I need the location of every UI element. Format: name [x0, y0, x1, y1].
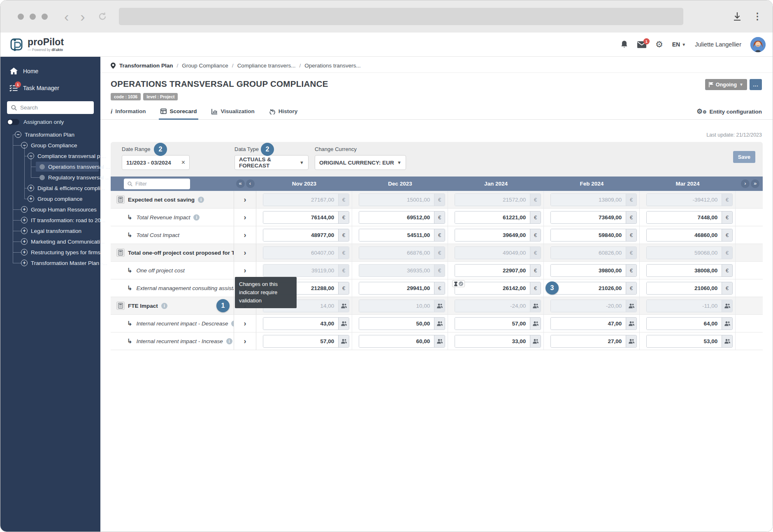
value-input[interactable]: 59840,00€: [550, 229, 637, 242]
breadcrumb-item[interactable]: Operations transvers...: [304, 63, 361, 69]
value-input[interactable]: 54511,00€: [359, 229, 445, 242]
value-input[interactable]: 39649,00€: [455, 229, 541, 242]
value-input[interactable]: 33,00: [455, 335, 541, 348]
settings-gear-icon[interactable]: ⚙: [655, 39, 663, 49]
date-range-input[interactable]: 11/2023 - 03/2024 ×: [122, 155, 190, 170]
value-input[interactable]: 57,00: [263, 335, 349, 348]
clear-icon[interactable]: ×: [181, 159, 185, 166]
address-bar[interactable]: [119, 8, 683, 25]
value-input[interactable]: 43,00: [263, 317, 349, 330]
value-input[interactable]: 73649,00€: [550, 211, 637, 224]
window-controls[interactable]: [18, 14, 48, 20]
download-icon[interactable]: [733, 12, 741, 21]
value-input[interactable]: 61221,00€: [455, 211, 541, 224]
expand-icon[interactable]: +: [21, 217, 28, 223]
expand-icon[interactable]: +: [21, 238, 28, 245]
value-input[interactable]: 46860,00€: [646, 229, 733, 242]
tree-item-restructuring-types-for-firms[interactable]: +Restructuring types for firms: [0, 247, 100, 258]
language-selector[interactable]: EN▼: [672, 41, 686, 48]
value-input[interactable]: 60,00: [359, 335, 445, 348]
info-icon[interactable]: i: [161, 303, 167, 309]
value-input[interactable]: 48977,00€: [263, 229, 349, 242]
value-input[interactable]: 53,00: [646, 335, 733, 348]
sidebar-item-task-manager[interactable]: 1Task Manager: [0, 79, 100, 96]
sidebar-item-home[interactable]: Home: [0, 63, 100, 79]
collapse-icon[interactable]: −: [28, 153, 34, 159]
expand-row-button[interactable]: ›: [234, 226, 256, 244]
value-input[interactable]: 50,00: [359, 317, 445, 330]
expand-icon[interactable]: +: [21, 206, 28, 213]
value-input[interactable]: 7448,00€: [646, 211, 733, 224]
value-input[interactable]: 27,00: [550, 335, 637, 348]
value-input[interactable]: 76144,00€: [263, 211, 349, 224]
browser-menu-icon[interactable]: ⋮: [753, 11, 762, 22]
save-button[interactable]: Save: [733, 151, 755, 163]
currency-select[interactable]: ORIGINAL CURRENCY: EUR ▼: [315, 155, 406, 170]
tab-scorecard[interactable]: Scorecard: [160, 108, 197, 119]
breadcrumb-item[interactable]: Compliance transvers...: [237, 63, 296, 69]
browser-refresh-icon[interactable]: [97, 12, 107, 21]
value-input[interactable]: 47,00: [550, 317, 637, 330]
info-icon[interactable]: i: [193, 214, 200, 221]
value-input[interactable]: 26142,00€: [455, 282, 541, 295]
breadcrumb-item[interactable]: Group Compliance: [182, 63, 228, 69]
pagination-prev-icon[interactable]: ‹: [246, 179, 255, 188]
value-input[interactable]: 64,00: [646, 317, 733, 330]
user-name[interactable]: Juliette Langellier: [695, 41, 741, 48]
table-filter-input[interactable]: Filter: [124, 179, 190, 189]
status-ongoing-button[interactable]: Ongoing ▼: [705, 79, 747, 90]
value-input[interactable]: 21026,00€: [550, 282, 637, 295]
value-input[interactable]: 69512,00€: [359, 211, 445, 224]
tab-history[interactable]: History: [269, 108, 298, 119]
notifications-bell-icon[interactable]: [620, 40, 628, 49]
entity-configuration-button[interactable]: ⚙⚙ Entity configuration: [696, 108, 762, 119]
info-icon[interactable]: i: [198, 197, 204, 203]
more-actions-button[interactable]: ...: [750, 79, 762, 90]
tree-item-legal-transformation[interactable]: +Legal transformation: [0, 225, 100, 236]
expand-row-button[interactable]: ›: [234, 191, 256, 208]
tree-item-regulatory-transversal[interactable]: Regulatory transversal ...: [0, 172, 100, 183]
value-input[interactable]: 38008,00€: [646, 264, 733, 277]
expand-icon[interactable]: +: [21, 249, 28, 256]
expand-row-button[interactable]: ›: [234, 262, 256, 279]
tree-item-digital-efficiency-compli[interactable]: +Digital & efficiency compli...: [0, 183, 100, 193]
tab-information[interactable]: iInformation: [111, 108, 146, 119]
tree-item-marketing-and-communicati[interactable]: +Marketing and Communicati...: [0, 236, 100, 247]
tree-item-compliance-transversal-pr[interactable]: −Compliance transversal pr...: [0, 151, 100, 161]
pagination-last-icon[interactable]: »: [751, 179, 759, 188]
value-input[interactable]: 39800,00€: [550, 264, 637, 277]
info-icon[interactable]: i: [231, 321, 234, 327]
avatar[interactable]: [750, 37, 766, 52]
brand-logo[interactable]: proPilot — Powered by dFakto: [9, 37, 64, 52]
tree-item-group-compliance[interactable]: −Group Compliance: [0, 140, 100, 151]
tree-item-group-compliance[interactable]: +Group compliance: [0, 193, 100, 204]
collapse-icon[interactable]: −: [21, 142, 28, 149]
collapse-icon[interactable]: −: [15, 131, 21, 138]
expand-icon[interactable]: +: [21, 228, 28, 234]
expand-row-button[interactable]: ›: [234, 209, 256, 226]
tree-item-operations-transversal[interactable]: Operations transversal ...: [0, 161, 100, 172]
info-icon[interactable]: i: [226, 338, 232, 344]
expand-icon[interactable]: +: [28, 185, 34, 191]
value-input[interactable]: 22907,00€: [455, 264, 541, 277]
pagination-first-icon[interactable]: «: [236, 179, 245, 188]
browser-back-icon[interactable]: ‹: [64, 9, 69, 23]
expand-row-button[interactable]: ›: [234, 315, 256, 332]
pagination-next-icon[interactable]: ›: [741, 179, 750, 188]
expand-icon[interactable]: +: [21, 260, 28, 266]
tree-item-transformation-plan[interactable]: −Transformation Plan: [0, 129, 100, 140]
browser-forward-icon[interactable]: ›: [80, 9, 85, 23]
assignation-toggle[interactable]: [7, 119, 19, 125]
expand-icon[interactable]: +: [28, 195, 34, 202]
expand-row-button[interactable]: ›: [234, 244, 256, 261]
search-input[interactable]: Search: [7, 101, 94, 114]
expand-row-button[interactable]: ›: [234, 332, 256, 350]
messages-icon[interactable]: 1: [637, 41, 646, 48]
tab-visualization[interactable]: Visualization: [211, 108, 254, 119]
value-input[interactable]: 21060,00€: [646, 282, 733, 295]
tree-item-transformation-master-plan[interactable]: +Transformation Master Plan -...: [0, 258, 100, 268]
breadcrumb-item[interactable]: Transformation Plan: [119, 63, 173, 69]
value-input[interactable]: 29941,00€: [359, 282, 445, 295]
data-type-select[interactable]: ACTUALS & FORECAST ▼: [234, 155, 309, 170]
value-input[interactable]: 57,00: [455, 317, 541, 330]
